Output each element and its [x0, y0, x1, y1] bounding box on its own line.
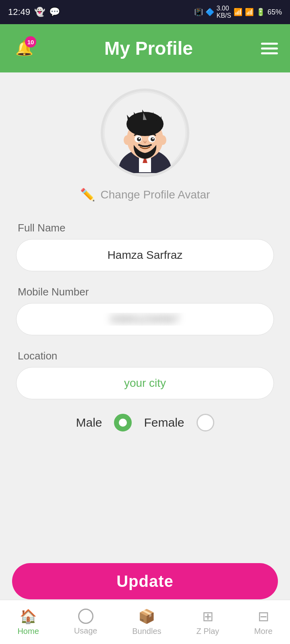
- female-radio-button[interactable]: [197, 414, 214, 431]
- change-avatar-button[interactable]: ✏️ Change Profile Avatar: [80, 188, 210, 202]
- nav-home-label: Home: [17, 627, 39, 636]
- male-radio-button[interactable]: [114, 414, 132, 431]
- status-left: 12:49 👻 💬: [8, 7, 60, 17]
- more-icon: ⊟: [258, 608, 269, 624]
- male-label: Male: [76, 416, 102, 429]
- vibrate-icon: 📳: [194, 8, 203, 17]
- nav-more[interactable]: ⊟ More: [254, 608, 273, 636]
- zplay-icon: ⊞: [202, 608, 213, 624]
- status-bar: 12:49 👻 💬 📳 🔷 3.00KB/S 📶 📶 🔋 65%: [0, 0, 290, 24]
- mobile-input[interactable]: [16, 303, 274, 335]
- nav-usage[interactable]: Usage: [74, 609, 97, 636]
- svg-point-18: [152, 138, 154, 139]
- signal-icon: 📶: [245, 8, 254, 17]
- location-label: Location: [16, 350, 274, 362]
- svg-point-20: [159, 135, 166, 145]
- mobile-number-group: Mobile Number: [16, 286, 274, 335]
- svg-point-19: [124, 135, 131, 145]
- page-title: My Profile: [104, 37, 193, 59]
- avatar-section: ✏️ Change Profile Avatar: [16, 89, 274, 202]
- nav-zplay[interactable]: ⊞ Z Play: [196, 608, 219, 636]
- usage-icon: [78, 609, 93, 624]
- nav-bundles[interactable]: 📦 Bundles: [132, 608, 161, 636]
- status-right: 📳 🔷 3.00KB/S 📶 📶 🔋 65%: [194, 5, 282, 19]
- avatar-image: [105, 93, 185, 173]
- update-button[interactable]: Update: [12, 563, 278, 599]
- full-name-group: Full Name: [16, 222, 274, 271]
- nav-usage-label: Usage: [74, 626, 97, 636]
- battery-percent: 65%: [267, 8, 282, 17]
- hamburger-menu-button[interactable]: [261, 43, 278, 54]
- nav-home[interactable]: 🏠 Home: [17, 608, 39, 636]
- nav-more-label: More: [254, 627, 273, 636]
- header: 🔔 10 My Profile: [0, 24, 290, 72]
- bluetooth-icon: 🔷: [205, 8, 214, 17]
- full-name-input[interactable]: [16, 239, 274, 271]
- bottom-nav: 🏠 Home Usage 📦 Bundles ⊞ Z Play ⊟ More: [0, 600, 290, 644]
- main-content: ✏️ Change Profile Avatar Full Name Mobil…: [0, 72, 290, 596]
- female-label: Female: [144, 416, 184, 429]
- male-radio-inner: [119, 419, 127, 427]
- wechat-icon: 💬: [49, 7, 60, 17]
- battery-icon: 🔋: [256, 8, 265, 17]
- nav-bundles-label: Bundles: [132, 627, 161, 636]
- full-name-label: Full Name: [16, 222, 274, 234]
- home-icon: 🏠: [20, 608, 37, 624]
- status-time: 12:49: [8, 7, 30, 17]
- avatar-circle: [101, 89, 189, 177]
- location-input[interactable]: [16, 367, 274, 399]
- nav-zplay-label: Z Play: [196, 627, 219, 636]
- notification-badge: 10: [25, 36, 36, 47]
- gender-row: Male Female: [16, 414, 274, 431]
- wifi-icon: 📶: [234, 8, 242, 17]
- menu-line-1: [261, 43, 278, 45]
- menu-line-2: [261, 47, 278, 50]
- data-speed: 3.00KB/S: [217, 5, 231, 19]
- svg-point-17: [139, 138, 140, 139]
- snapchat-icon: 👻: [34, 7, 45, 17]
- notification-bell-wrapper[interactable]: 🔔 10: [12, 36, 36, 60]
- mobile-label: Mobile Number: [16, 286, 274, 298]
- location-group: Location: [16, 350, 274, 399]
- change-avatar-label: Change Profile Avatar: [101, 188, 210, 201]
- edit-icon: ✏️: [80, 188, 95, 202]
- bundles-icon: 📦: [138, 608, 155, 624]
- menu-line-3: [261, 52, 278, 54]
